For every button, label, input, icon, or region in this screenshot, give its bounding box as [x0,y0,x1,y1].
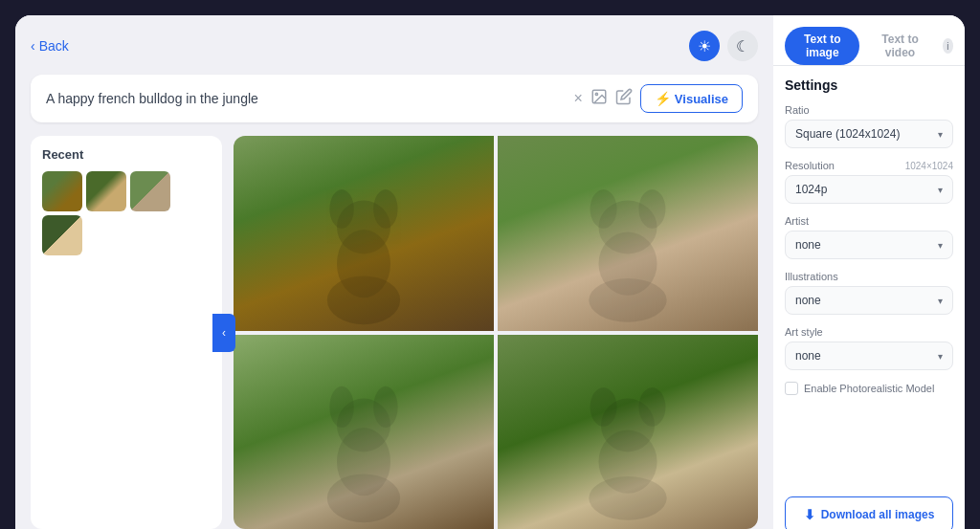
image-icon [590,88,608,109]
dark-mode-button[interactable]: ☾ [727,31,758,61]
artist-value: none [795,238,821,252]
artist-label: Artist [785,215,953,227]
search-input[interactable] [46,91,567,106]
generated-image-2[interactable] [498,136,758,331]
main-panel: ‹ Back ☀ ☾ × [15,15,773,529]
edit-icon [615,88,633,109]
photorealistic-label: Enable Photorealistic Model [804,383,934,394]
ratio-group: Ratio Square (1024x1024) ▾ [785,104,953,148]
recent-title: Recent [42,147,211,162]
art-style-group: Art style none ▾ [785,326,953,370]
collapse-sidebar-button[interactable]: ‹ [212,314,235,352]
svg-point-6 [373,189,397,229]
recent-thumbnail-2[interactable] [86,171,126,211]
generated-image-3[interactable] [234,335,494,530]
image-grid-container [234,136,758,529]
resolution-display: 1024×1024 [905,161,953,171]
recent-thumbnails [42,171,211,255]
settings-body: Settings Ratio Square (1024x1024) ▾ Reso… [773,66,965,529]
recent-sidebar: Recent ‹ [31,136,222,529]
image-grid [234,136,758,529]
art-style-value: none [795,349,821,363]
back-button[interactable]: ‹ Back [31,38,69,54]
svg-point-20 [590,387,617,427]
top-bar: ‹ Back ☀ ☾ [31,31,758,61]
recent-thumbnail-4[interactable] [42,215,82,255]
visualise-button[interactable]: ⚡ Visualise [640,84,743,113]
search-actions: × [574,88,633,109]
illustrations-group: Illustrations none ▾ [785,271,953,315]
illustrations-label: Illustrations [785,271,953,282]
art-style-dropdown[interactable]: none ▾ [785,342,953,370]
resolution-sub-row: Resolution 1024×1024 [785,160,953,171]
photorealistic-row: Enable Photorealistic Model [785,382,953,395]
back-chevron-icon: ‹ [31,38,35,54]
svg-point-1 [595,93,597,95]
ratio-dropdown[interactable]: Square (1024x1024) ▾ [785,120,953,148]
image-upload-button[interactable] [590,88,608,109]
svg-point-15 [329,386,353,428]
svg-point-16 [373,386,397,428]
light-mode-button[interactable]: ☀ [689,31,720,61]
bolt-icon: ⚡ [655,91,671,106]
art-style-label: Art style [785,326,953,338]
artist-dropdown[interactable]: none ▾ [785,231,953,259]
svg-point-10 [590,189,617,229]
tab-text-to-image-label: Text to image [804,33,840,59]
resolution-group: Resolution 1024×1024 1024p ▾ [785,160,953,204]
generated-image-4[interactable] [498,335,758,530]
artist-group: Artist none ▾ [785,215,953,259]
edit-button[interactable] [615,88,633,109]
illustrations-value: none [795,294,821,307]
recent-thumbnail-1[interactable] [42,171,82,211]
illustrations-chevron-icon: ▾ [938,296,943,306]
content-area: Recent ‹ [31,136,758,529]
svg-point-11 [638,189,665,229]
clear-button[interactable]: × [574,90,583,107]
settings-tabs: Text to image Text to video i [773,15,965,66]
artist-chevron-icon: ▾ [938,240,943,251]
generated-image-1[interactable] [234,136,494,331]
clear-icon: × [574,90,583,107]
tab-text-to-image[interactable]: Text to image [785,27,859,65]
search-bar: × [31,75,758,122]
ratio-value: Square (1024x1024) [795,127,900,141]
illustrations-dropdown[interactable]: none ▾ [785,286,953,315]
settings-title: Settings [785,77,953,93]
ratio-chevron-icon: ▾ [938,129,943,140]
visualise-label: Visualise [675,92,728,106]
info-icon[interactable]: i [943,38,953,54]
download-all-images-button[interactable]: ⬇ Download all images [785,496,953,529]
art-style-chevron-icon: ▾ [938,351,943,362]
moon-icon: ☾ [736,37,749,55]
tab-text-to-video[interactable]: Text to video [863,27,936,65]
tab-text-to-video-label: Text to video [881,33,918,59]
back-label: Back [39,38,69,54]
download-icon: ⬇ [804,507,815,522]
app-container: ‹ Back ☀ ☾ × [15,15,965,529]
svg-point-5 [329,189,353,229]
svg-point-21 [638,387,665,427]
recent-thumbnail-3[interactable] [130,171,170,211]
download-label: Download all images [821,508,935,521]
settings-panel: Text to image Text to video i Settings R… [773,15,965,529]
resolution-label: Resolution [785,160,835,171]
sun-icon: ☀ [698,37,711,55]
collapse-icon: ‹ [222,326,226,340]
resolution-chevron-icon: ▾ [938,185,943,195]
ratio-label: Ratio [785,104,953,116]
top-icons: ☀ ☾ [689,31,758,61]
photorealistic-checkbox[interactable] [785,382,798,395]
resolution-value: 1024p [795,183,827,196]
resolution-dropdown[interactable]: 1024p ▾ [785,175,953,204]
